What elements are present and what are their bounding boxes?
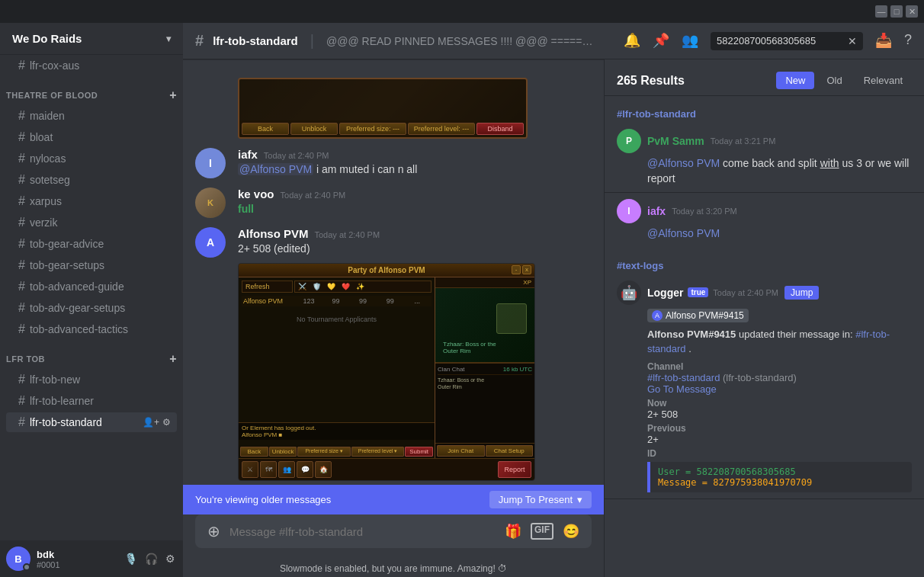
message-group-alfonsopvm: A Alfonso PVM Today at 2:40 PM 2+ 508 (e… xyxy=(183,224,604,484)
sidebar-item-lfr-tob-standard[interactable]: # lfr-tob-standard 👤+ ⚙ xyxy=(6,412,177,432)
search-mention: @Alfonso PVM xyxy=(647,157,720,169)
pin-icon[interactable]: 📌 xyxy=(653,32,669,50)
search-msg-text-iafx: @Alfonso PVM xyxy=(617,226,912,242)
channel-field-label: Channel xyxy=(647,361,912,372)
sidebar-item-tob-gear-setups[interactable]: # tob-gear-setups xyxy=(6,255,177,275)
header-divider: | xyxy=(310,32,314,50)
inbox-icon[interactable]: 📥 xyxy=(875,32,892,50)
sidebar-item-nylocas[interactable]: # nylocas xyxy=(6,149,177,168)
add-member-icon[interactable]: 👤+ xyxy=(143,417,159,428)
hash-icon: # xyxy=(18,216,25,229)
add-channel-icon[interactable]: + xyxy=(169,352,177,366)
user-id-line: User = 582208700568305685 xyxy=(658,466,904,477)
category-label: THEATRE OF BLOOD xyxy=(6,91,98,100)
message-timestamp-alfonsopvm: Today at 2:40 PM xyxy=(315,230,380,239)
add-attachment-icon[interactable]: ⊕ xyxy=(207,522,220,540)
game-unblock-btn2: Unblock xyxy=(269,447,297,457)
sidebar-item-maiden[interactable]: # maiden xyxy=(6,106,177,126)
sort-tab-old[interactable]: Old xyxy=(817,72,851,89)
message-content-iafx: iafx Today at 2:40 PM @Alfonso PVM i am … xyxy=(238,148,592,178)
settings-icon[interactable]: ⚙ xyxy=(164,551,177,566)
search-timestamp-pvmsamm: Today at 3:21 PM xyxy=(711,136,776,146)
jump-link[interactable]: Jump xyxy=(784,286,819,300)
sidebar-item-lfr-cox-aus[interactable]: # lfr-cox-aus xyxy=(6,56,177,75)
sort-tab-new[interactable]: New xyxy=(776,72,814,89)
sidebar-item-verzik[interactable]: # verzik xyxy=(6,213,177,232)
message-author-alfonsopvm: Alfonso PVM xyxy=(238,227,309,240)
search-result-iafx-search: I iafx Today at 3:20 PM @Alfonso PVM xyxy=(605,193,924,248)
now-field-value: 2+ 508 xyxy=(647,409,912,420)
channel-header: # lfr-tob-standard | @@@ READ PINNED MES… xyxy=(183,23,924,59)
hash-icon: # xyxy=(18,130,25,144)
bot-badge: true xyxy=(688,287,708,297)
sidebar-item-sotetseg[interactable]: # sotetseg xyxy=(6,170,177,190)
sidebar-item-tob-advanced-tactics[interactable]: # tob-advanced-tactics xyxy=(6,319,177,339)
game-icons-row: ⚔️🛡️💛❤️✨ xyxy=(294,280,432,293)
message-input-area: ⊕ 🎁 GIF 😊 xyxy=(183,514,604,560)
game-screenshot-alphonsopvm: Party of Alfonso PVM - x xyxy=(238,263,535,481)
search-channel-label: #lfr-tob-standard xyxy=(605,102,924,123)
notification-bell-icon[interactable]: 🔔 xyxy=(624,32,640,50)
sidebar-item-lfr-tob-new[interactable]: # lfr-tob-new xyxy=(6,370,177,389)
game-map: Tzhaar: Boss or theOuter Rim xyxy=(435,288,534,364)
mute-icon[interactable]: 🎙️ xyxy=(123,551,139,566)
message-input[interactable] xyxy=(229,525,496,538)
header-icons: 🔔 📌 👥 582208700568305685 ✕ 📥 ? xyxy=(624,32,912,50)
close-button[interactable]: ✕ xyxy=(906,5,918,18)
message-text-iafx: @Alfonso PVM i am muted i can n all xyxy=(238,162,592,178)
chevron-down-icon: ▾ xyxy=(577,494,582,505)
previous-field-label: Previous xyxy=(647,423,912,434)
search-result-logger: 🤖 Logger true Today at 2:40 PM Jump xyxy=(605,274,924,499)
sidebar-item-tob-gear-advice[interactable]: # tob-gear-advice xyxy=(6,234,177,254)
go-to-message-link[interactable]: Go To Message xyxy=(647,383,717,395)
jump-to-present-button[interactable]: Jump To Present ▾ xyxy=(489,491,592,508)
clear-search-icon[interactable]: ✕ xyxy=(848,35,857,47)
user-tag-text: Alfonso PVM#9415 xyxy=(666,310,744,321)
minimize-button[interactable]: — xyxy=(875,5,887,18)
search-result-pvmsamm: P PvM Samm Today at 3:21 PM @Alfonso PVM… xyxy=(605,123,924,193)
message-content-alfonsopvm: Alfonso PVM Today at 2:40 PM 2+ 508 (edi… xyxy=(238,227,592,481)
avatar-kevoo: K xyxy=(195,188,226,218)
channel-name: nylocas xyxy=(30,152,66,165)
game-xp: XP xyxy=(435,277,534,288)
deafen-icon[interactable]: 🎧 xyxy=(143,551,159,566)
sidebar-item-lfr-tob-learner[interactable]: # lfr-tob-learner xyxy=(6,391,177,411)
emoji-icon[interactable]: 😊 xyxy=(563,523,579,540)
maximize-button[interactable]: □ xyxy=(890,5,903,18)
chat-setup-btn: Chat Setup xyxy=(486,445,534,457)
server-header[interactable]: We Do Raids ▾ xyxy=(0,23,183,55)
game-right-panel: XP Tzhaar: Boss or theOuter Rim xyxy=(435,277,534,458)
message-body: i am muted i can n all xyxy=(316,163,417,175)
sidebar-item-tob-advanced-guide[interactable]: # tob-advanced-guide xyxy=(6,277,177,297)
search-avatar-iafx: I xyxy=(617,199,641,223)
gif-icon[interactable]: GIF xyxy=(531,523,553,540)
game-report-btn: Report xyxy=(498,461,531,478)
sidebar-item-tob-adv-gear-setups[interactable]: # tob-adv-gear-setups xyxy=(6,298,177,318)
gift-icon[interactable]: 🎁 xyxy=(505,523,521,540)
sidebar-item-bloat[interactable]: # bloat xyxy=(6,127,177,147)
hash-icon: # xyxy=(18,301,25,315)
members-icon[interactable]: 👥 xyxy=(682,32,698,50)
slowmode-bar: Slowmode is enabled, but you are immune.… xyxy=(183,560,604,577)
search-author-pvmsamm: PvM Samm xyxy=(647,135,704,147)
search-value: 582208700568305685 xyxy=(717,35,816,46)
sidebar-item-xarpus[interactable]: # xarpus xyxy=(6,191,177,211)
help-icon[interactable]: ? xyxy=(904,32,912,50)
message-group-prev: Back Unblock Preferred size: --- Preferr… xyxy=(183,72,604,145)
add-channel-icon[interactable]: + xyxy=(169,88,177,102)
channel-topic: @@@ READ PINNED MESSAGES !!!! @@@ ======… xyxy=(326,35,593,47)
channel-name: xarpus xyxy=(30,195,62,207)
user-tag-avatar: A xyxy=(652,310,663,321)
channel-name: lfr-tob-standard xyxy=(30,416,102,428)
sort-tab-relevant[interactable]: Relevant xyxy=(855,72,912,89)
channel-name: tob-adv-gear-setups xyxy=(30,302,125,314)
settings-icon[interactable]: ⚙ xyxy=(162,417,171,428)
search-sort-tabs: New Old Relevant xyxy=(776,72,912,89)
channel-field-value: #lfr-tob-standard (lfr-tob-standard) Go … xyxy=(647,372,912,395)
message-header-alfonsopvm: Alfonso PVM Today at 2:40 PM xyxy=(238,227,592,240)
logger-log-text: Alfonso PVM#9415 updated their message i… xyxy=(647,327,912,357)
game-refresh: Refresh xyxy=(242,280,293,293)
hash-icon: # xyxy=(18,373,25,386)
channel-name: tob-gear-setups xyxy=(30,259,104,271)
search-bar[interactable]: 582208700568305685 ✕ xyxy=(711,32,863,50)
